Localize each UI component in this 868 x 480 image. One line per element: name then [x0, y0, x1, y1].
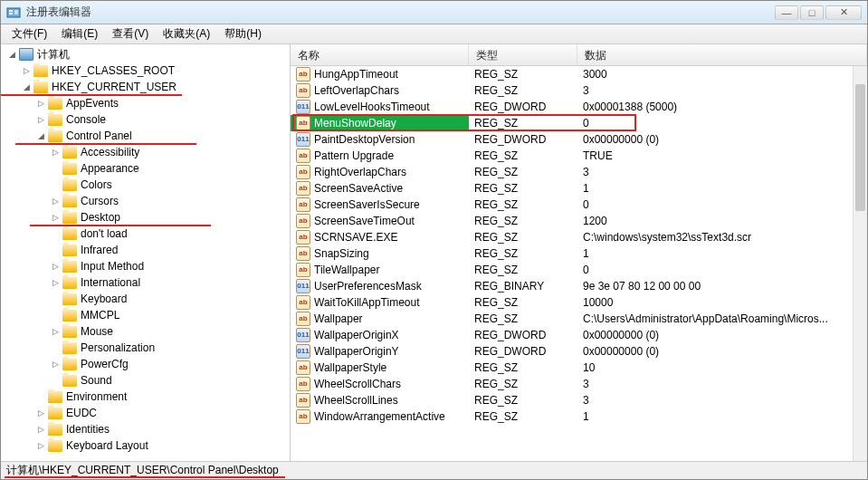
expander-icon[interactable]: ◢	[21, 82, 32, 92]
minimize-button[interactable]: —	[775, 5, 798, 20]
value-type: REG_SZ	[469, 115, 577, 131]
expander-icon[interactable]	[50, 163, 61, 174]
tree-key-desktop[interactable]: ▷Desktop	[3, 209, 288, 226]
tree-key-powercfg[interactable]: ▷PowerCfg	[3, 356, 288, 372]
value-row[interactable]: abMenuShowDelayREG_SZ0	[291, 115, 867, 131]
expander-icon[interactable]: ▷	[50, 147, 61, 158]
tree-key-keyboard-layout[interactable]: ▷Keyboard Layout	[3, 437, 288, 454]
value-row[interactable]: abScreenSaveActiveREG_SZ1	[291, 180, 867, 197]
expander-icon[interactable]	[50, 245, 61, 255]
list-body[interactable]: abHungAppTimeoutREG_SZ3000abLeftOverlapC…	[291, 66, 867, 461]
tree-key-infrared[interactable]: Infrared	[3, 242, 288, 258]
menu-view[interactable]: 查看(V)	[105, 24, 156, 43]
tree-key-environment[interactable]: Environment	[3, 389, 288, 405]
tree-key-mmcpl[interactable]: MMCPL	[3, 307, 288, 323]
tree-key-don-t-load[interactable]: don't load	[3, 226, 288, 242]
value-row[interactable]: 011WallpaperOriginYREG_DWORD0x00000000 (…	[291, 343, 867, 360]
folder-icon	[62, 179, 77, 191]
folder-icon	[62, 261, 77, 273]
tree-key-eudc[interactable]: ▷EUDC	[3, 405, 288, 421]
value-row[interactable]: abWallpaperREG_SZC:\Users\Administrator\…	[291, 311, 867, 327]
expander-icon[interactable]: ▷	[21, 65, 32, 76]
tree-key-input-method[interactable]: ▷Input Method	[3, 258, 288, 274]
tree-root-computer[interactable]: ◢计算机	[3, 46, 288, 62]
tree-key-control-panel[interactable]: ◢Control Panel	[3, 128, 288, 144]
col-header-data[interactable]: 数据	[577, 44, 867, 65]
value-row[interactable]: abWaitToKillAppTimeoutREG_SZ10000	[291, 294, 867, 311]
value-row[interactable]: abLeftOverlapCharsREG_SZ3	[291, 82, 867, 99]
value-row[interactable]: abWheelScrollLinesREG_SZ3	[291, 392, 867, 408]
tree-key-cursors[interactable]: ▷Cursors	[3, 193, 288, 209]
tree-node-label: Control Panel	[66, 128, 132, 144]
tree-key-appevents[interactable]: ▷AppEvents	[3, 95, 288, 111]
tree-key-sound[interactable]: Sound	[3, 372, 288, 389]
tree-hive-hkcu[interactable]: ◢HKEY_CURRENT_USER	[3, 79, 288, 95]
value-row[interactable]: abSCRNSAVE.EXEREG_SZC:\windows\system32\…	[291, 229, 867, 245]
tree-key-appearance[interactable]: Appearance	[3, 160, 288, 177]
tree-key-console[interactable]: ▷Console	[3, 111, 288, 128]
tree-key-international[interactable]: ▷International	[3, 274, 288, 291]
value-row[interactable]: abTileWallpaperREG_SZ0	[291, 262, 867, 278]
value-row[interactable]: 011LowLevelHooksTimeoutREG_DWORD0x000013…	[291, 99, 867, 115]
value-row[interactable]: abWindowArrangementActiveREG_SZ1	[291, 408, 867, 425]
value-row[interactable]: abScreenSaveTimeOutREG_SZ1200	[291, 213, 867, 229]
maximize-button[interactable]: □	[800, 5, 824, 20]
expander-icon[interactable]	[50, 342, 61, 353]
menu-edit[interactable]: 编辑(E)	[54, 24, 105, 43]
tree-pane[interactable]: ◢计算机▷HKEY_CLASSES_ROOT◢HKEY_CURRENT_USER…	[1, 44, 291, 461]
scrollbar-thumb[interactable]	[855, 84, 865, 211]
expander-icon[interactable]	[50, 293, 61, 304]
close-button[interactable]: ✕	[825, 5, 862, 20]
expander-icon[interactable]: ◢	[6, 49, 17, 60]
expander-icon[interactable]	[50, 375, 61, 386]
tree-key-colors[interactable]: Colors	[3, 177, 288, 193]
menu-favorites[interactable]: 收藏夹(A)	[156, 24, 217, 43]
value-row[interactable]: abSnapSizingREG_SZ1	[291, 245, 867, 262]
expander-icon[interactable]: ▷	[50, 196, 61, 206]
expander-icon[interactable]: ▷	[35, 424, 46, 435]
expander-icon[interactable]: ▷	[50, 326, 61, 337]
value-row[interactable]: 011WallpaperOriginXREG_DWORD0x00000000 (…	[291, 327, 867, 343]
value-row[interactable]: 011PaintDesktopVersionREG_DWORD0x0000000…	[291, 131, 867, 148]
expander-icon[interactable]: ▷	[50, 212, 61, 223]
value-row[interactable]: abHungAppTimeoutREG_SZ3000	[291, 66, 867, 82]
tree-key-mouse[interactable]: ▷Mouse	[3, 323, 288, 340]
expander-icon[interactable]	[35, 391, 46, 402]
value-row[interactable]: 011UserPreferencesMaskREG_BINARY9e 3e 07…	[291, 278, 867, 294]
expander-icon[interactable]	[50, 228, 61, 239]
folder-icon	[62, 212, 77, 224]
value-type: REG_SZ	[469, 262, 577, 278]
col-header-name[interactable]: 名称	[291, 44, 469, 65]
regedit-icon	[6, 5, 21, 20]
tree-node-label: don't load	[81, 226, 128, 242]
tree-key-accessibility[interactable]: ▷Accessibility	[3, 144, 288, 160]
tree-hive-hkcr[interactable]: ▷HKEY_CLASSES_ROOT	[3, 62, 288, 79]
value-row[interactable]: abPattern UpgradeREG_SZTRUE	[291, 148, 867, 164]
expander-icon[interactable]	[50, 179, 61, 190]
value-data: 3	[577, 392, 867, 408]
value-row[interactable]: abWheelScrollCharsREG_SZ3	[291, 376, 867, 392]
value-type: REG_SZ	[469, 376, 577, 392]
expander-icon[interactable]: ▷	[50, 261, 61, 272]
tree-node-label: Identities	[66, 421, 110, 437]
tree-key-identities[interactable]: ▷Identities	[3, 421, 288, 437]
menu-help[interactable]: 帮助(H)	[217, 24, 269, 43]
value-row[interactable]: abWallpaperStyleREG_SZ10	[291, 360, 867, 376]
expander-icon[interactable]: ▷	[35, 114, 46, 125]
expander-icon[interactable]: ◢	[35, 130, 46, 141]
tree-key-keyboard[interactable]: Keyboard	[3, 291, 288, 307]
menu-file[interactable]: 文件(F)	[5, 24, 54, 43]
col-header-type[interactable]: 类型	[469, 44, 577, 65]
expander-icon[interactable]: ▷	[35, 98, 46, 109]
expander-icon[interactable]	[50, 310, 61, 321]
expander-icon[interactable]: ▷	[50, 277, 61, 288]
tree-key-personalization[interactable]: Personalization	[3, 340, 288, 356]
value-row[interactable]: abScreenSaverIsSecureREG_SZ0	[291, 197, 867, 213]
vertical-scrollbar[interactable]	[853, 66, 867, 461]
expander-icon[interactable]: ▷	[50, 359, 61, 370]
expander-icon[interactable]: ▷	[35, 408, 46, 418]
tree-node-label: Personalization	[81, 340, 155, 356]
expander-icon[interactable]: ▷	[35, 440, 46, 451]
string-value-icon: ab	[296, 165, 310, 179]
value-row[interactable]: abRightOverlapCharsREG_SZ3	[291, 164, 867, 180]
